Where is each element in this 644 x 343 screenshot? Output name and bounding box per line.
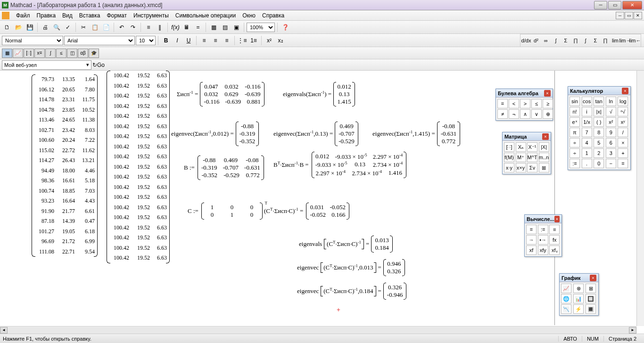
menu-view[interactable]: Вид [59, 11, 75, 20]
prog-toggle[interactable]: ◫ [67, 49, 77, 58]
close-icon[interactable]: × [544, 90, 551, 97]
numbers[interactable]: 1≡ [248, 35, 259, 46]
redo-button[interactable]: ↷ [128, 22, 138, 33]
palette-btn[interactable]: 6 [606, 138, 616, 147]
palette-btn[interactable]: xʸ [618, 117, 628, 127]
palette-btn[interactable]: 8 [594, 128, 604, 137]
close-icon[interactable]: × [542, 133, 549, 140]
palette-btn[interactable]: 9 [606, 128, 616, 137]
save-button[interactable]: 💾 [25, 22, 35, 33]
comp2-button[interactable]: ▤ [220, 22, 230, 33]
palette-btn[interactable]: ≠ [497, 109, 508, 119]
palette-btn[interactable]: / [618, 128, 628, 137]
palette-btn[interactable]: 📈 [561, 284, 571, 293]
underline-button[interactable]: U [183, 35, 194, 46]
palette-btn[interactable]: fx [549, 235, 560, 245]
palette-btn[interactable]: ⚡ [573, 304, 584, 314]
palette-btn[interactable]: |x| [594, 107, 604, 116]
palette-btn[interactable]: xfᵧ [549, 245, 560, 255]
bool-toggle[interactable]: ≤ [56, 49, 66, 58]
palette-btn[interactable]: X⁻¹ [527, 142, 537, 152]
menu-symbolic[interactable]: Символьные операции [173, 11, 239, 20]
palette-btn[interactable]: 3 [606, 148, 616, 158]
subscript[interactable]: x₂ [275, 35, 286, 46]
undo-button[interactable]: ↶ [116, 22, 127, 33]
web-combo[interactable]: Мой веб-узел▾ [2, 60, 91, 70]
align2-button[interactable]: ‖ [155, 22, 165, 33]
italic-button[interactable]: I [172, 35, 182, 46]
sym-toggle[interactable]: 🎓 [89, 49, 99, 58]
font-combo[interactable]: Arial [64, 36, 135, 45]
palette-btn[interactable]: Xₙ [516, 142, 526, 152]
palette-btn[interactable]: 0 [594, 159, 604, 168]
palette-btn[interactable]: 📉 [561, 304, 571, 314]
mdi-max[interactable]: ▭ [625, 12, 633, 19]
deriv-icon[interactable]: d/dx [521, 36, 531, 45]
menu-insert[interactable]: Вставка [76, 11, 103, 20]
palette-btn[interactable]: f(M) [504, 153, 514, 162]
palette-btn[interactable]: 🔳 [586, 304, 596, 314]
menu-file[interactable]: Файл [13, 11, 33, 20]
palette-btn[interactable]: > [520, 99, 530, 108]
palette-btn[interactable]: 7 [582, 128, 592, 137]
palette-btn[interactable]: tan [594, 97, 604, 106]
horizontal-scrollbar[interactable]: ◄ ► [0, 326, 636, 334]
palette-btn[interactable]: × [618, 138, 628, 147]
scroll-right[interactable]: ► [629, 327, 636, 334]
scroll-left[interactable]: ◄ [0, 327, 8, 334]
bullets[interactable]: ⋮≡ [237, 35, 248, 46]
matrix-palette[interactable]: Матрица× [∷]XₙX⁻¹|X|f(M)M⁺M^Tm..nx·yx×yΣ… [502, 132, 551, 174]
calc-button[interactable]: = [193, 22, 203, 33]
eval-toggle[interactable]: x= [34, 49, 45, 58]
spell-button[interactable]: ✓ [63, 22, 73, 33]
fx-button[interactable]: f(x) [170, 22, 181, 33]
calc-toggle[interactable]: ▦ [2, 49, 12, 58]
palette-btn[interactable]: log [618, 97, 628, 106]
superscript[interactable]: x² [264, 35, 274, 46]
menu-window[interactable]: Окно [239, 11, 258, 20]
palette-btn[interactable]: 🌐 [561, 294, 571, 303]
copy-button[interactable]: 📋 [90, 22, 100, 33]
open-button[interactable]: 📂 [13, 22, 24, 33]
palette-btn[interactable]: sin [570, 97, 580, 106]
palette-btn[interactable]: . [582, 159, 592, 168]
palette-btn[interactable]: xfy [538, 245, 548, 255]
lim-icon[interactable]: lim [611, 36, 620, 45]
style-combo[interactable]: Normal [2, 36, 63, 45]
palette-btn[interactable]: |X| [539, 142, 549, 152]
eval-palette[interactable]: Вычисле...× =:=≡→•→fxxfxfyxfᵧ [524, 214, 562, 257]
palette-btn[interactable]: i [582, 107, 592, 116]
palette-btn[interactable]: •→ [538, 235, 548, 245]
go-button[interactable]: ↻Go [93, 60, 104, 70]
palette-btn[interactable]: 🔲 [586, 294, 596, 303]
align-right[interactable]: ≡ [222, 35, 232, 46]
palette-btn[interactable]: ∧ [520, 109, 530, 119]
palette-btn[interactable]: ¬ [509, 109, 519, 119]
sum2-icon[interactable]: Σ [591, 36, 600, 45]
palette-btn[interactable]: + [618, 148, 628, 158]
matrix-toggle[interactable]: [∷] [24, 49, 34, 58]
palette-btn[interactable]: eˣ [570, 117, 580, 127]
mdi-close[interactable]: ✕ [634, 12, 642, 19]
menu-tools[interactable]: Инструменты [131, 11, 172, 20]
calculator-palette[interactable]: Калькулятор× sincostanlnlogn!i|x|√ⁿ√eˣ1/… [568, 86, 631, 170]
print-button[interactable]: 🖨 [40, 22, 50, 33]
lim2-icon[interactable]: lim→ [620, 36, 630, 45]
palette-btn[interactable]: M^T [527, 153, 537, 162]
palette-btn[interactable]: ⊗ [573, 284, 584, 293]
palette-btn[interactable]: ÷ [570, 138, 580, 147]
comp3-button[interactable]: ▣ [231, 22, 241, 33]
palette-btn[interactable]: [∷] [504, 142, 514, 152]
boolean-palette[interactable]: Булева алгебра× =<>≤≥≠¬∧∨⊕ [495, 89, 553, 121]
menu-help[interactable]: Справка [259, 11, 287, 20]
palette-btn[interactable]: ⊞ [539, 163, 549, 172]
palette-btn[interactable]: x·y [504, 163, 514, 172]
palette-btn[interactable]: ⊞ [586, 284, 596, 293]
palette-btn[interactable]: Σv [527, 163, 537, 172]
comp-button[interactable]: ▦ [208, 22, 219, 33]
palette-btn[interactable]: ln [606, 97, 616, 106]
preview-button[interactable]: 🔍 [51, 22, 62, 33]
deriv2-icon[interactable]: d² [531, 36, 541, 45]
menu-format[interactable]: Формат [104, 11, 130, 20]
palette-btn[interactable]: 1 [582, 148, 592, 158]
